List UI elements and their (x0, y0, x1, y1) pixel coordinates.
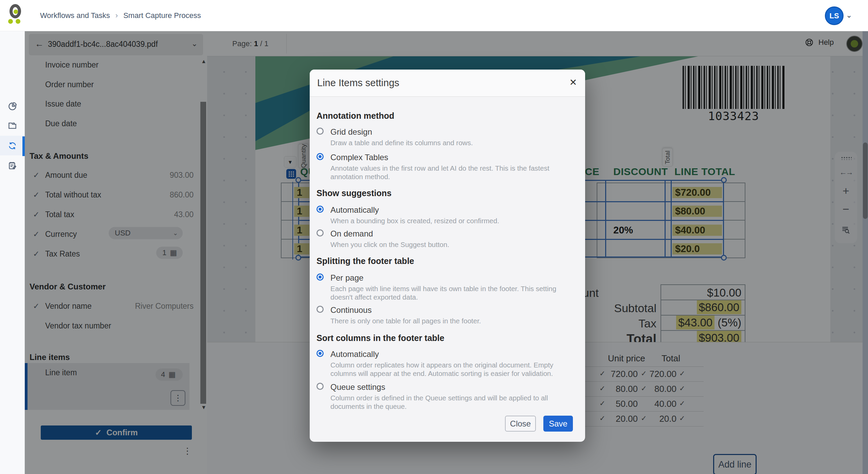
radio-icon[interactable] (317, 206, 324, 213)
radio-icon[interactable] (317, 350, 324, 357)
line-items-settings-modal: Line Items settings ✕ Annotation method … (310, 70, 585, 442)
folder-icon (8, 121, 17, 130)
option-label: Complex Tables (330, 153, 388, 162)
option-description: When you click on the Suggest button. (330, 240, 576, 249)
save-button[interactable]: Save (543, 416, 573, 432)
option-description: Draw a table and define its columns and … (330, 138, 576, 147)
logo-ring (10, 4, 21, 18)
modal-title: Line Items settings (317, 77, 399, 89)
rail-item-notes[interactable] (0, 155, 25, 175)
pie-chart-icon (8, 102, 17, 111)
breadcrumb-workflows[interactable]: Workflows and Tasks (40, 11, 110, 20)
rail-item-annotation[interactable] (0, 136, 25, 155)
close-button[interactable]: Close (505, 416, 536, 432)
radio-icon[interactable] (317, 306, 324, 313)
option-label: Queue settings (330, 382, 385, 392)
breadcrumb-process[interactable]: Smart Capture Process (123, 11, 201, 20)
notes-edit-icon (8, 161, 17, 170)
top-header: Workflows and Tasks › Smart Capture Proc… (0, 0, 868, 31)
option-label: Grid design (330, 127, 372, 137)
option-description: Column order is defined in the Queue set… (330, 394, 576, 411)
heading-sort-columns: Sort columns in the footer table (317, 333, 444, 343)
app-root: Workflows and Tasks › Smart Capture Proc… (0, 0, 868, 474)
option-description: Each page with line items will have its … (330, 284, 576, 301)
sync-arrows-icon (8, 141, 17, 150)
breadcrumb: Workflows and Tasks › Smart Capture Proc… (40, 0, 201, 31)
option-description: When a bounding box is created, resized … (330, 216, 576, 225)
option-label: On demand (330, 229, 373, 239)
radio-icon[interactable] (317, 229, 324, 236)
radio-icon[interactable] (317, 273, 324, 281)
chevron-down-icon[interactable]: ⌄ (846, 11, 852, 20)
radio-icon[interactable] (317, 383, 324, 390)
radio-icon[interactable] (317, 153, 324, 160)
option-description: There is only one table for all pages in… (330, 317, 576, 325)
radio-icon[interactable] (317, 128, 324, 135)
chevron-right-icon: › (115, 11, 118, 20)
option-label: Continuous (330, 305, 372, 315)
option-label: Automatically (330, 349, 379, 359)
side-rail (0, 31, 25, 474)
rail-item-dashboard[interactable] (0, 96, 25, 116)
option-description: Annotate values in the first row and let… (330, 164, 576, 181)
rail-item-documents[interactable] (0, 116, 25, 135)
heading-show-suggestions: Show suggestions (317, 188, 392, 198)
user-avatar[interactable]: LS (825, 6, 844, 25)
heading-annotation-method: Annotation method (317, 111, 394, 121)
option-label: Per page (330, 273, 363, 283)
close-icon[interactable]: ✕ (569, 77, 577, 88)
modal-header: Line Items settings ✕ (310, 70, 585, 97)
rail-active-indicator (22, 136, 25, 156)
logo-dot (16, 19, 20, 24)
option-description: Column order replicates how it appears o… (330, 361, 576, 378)
rossum-logo-icon[interactable] (7, 3, 24, 23)
logo-dot (8, 19, 13, 24)
option-label: Automatically (330, 205, 379, 215)
heading-splitting-footer: Splitting the footer table (317, 256, 414, 266)
